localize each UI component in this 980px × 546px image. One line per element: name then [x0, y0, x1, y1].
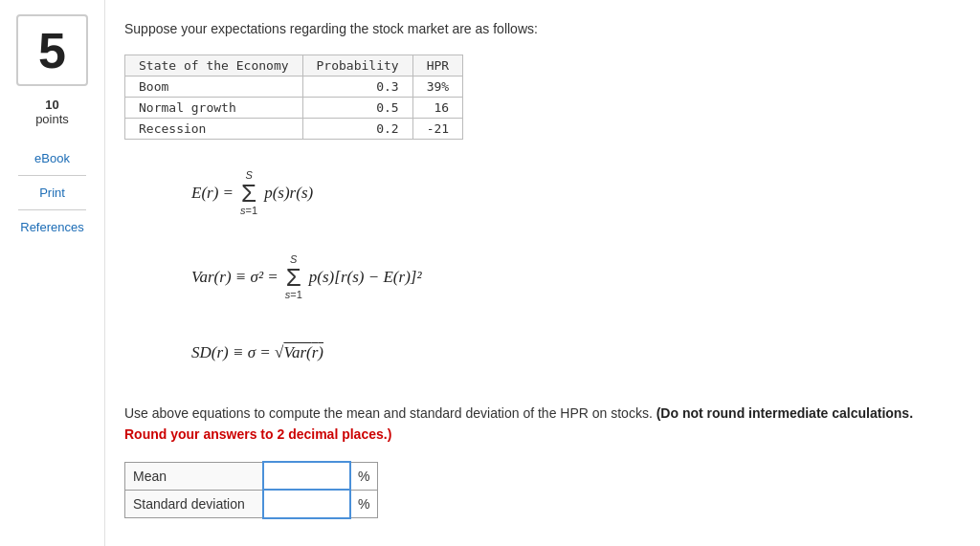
instruction-red: Round your answers to 2 decimal places.)	[124, 426, 391, 442]
cell-prob-1: 0.3	[302, 76, 412, 98]
table-row: Recession 0.2 -21	[125, 119, 463, 140]
question-number-box: 5	[16, 14, 88, 86]
cell-hpr-2: 16	[412, 98, 462, 119]
cell-prob-3: 0.2	[302, 119, 412, 140]
instruction-bold: (Do not round intermediate calculations.	[657, 405, 913, 421]
points-label: points	[35, 112, 69, 126]
sidebar: 5 10 points eBook Print References	[0, 0, 105, 546]
question-number: 5	[38, 22, 66, 79]
formula-er-text: E(r) =	[191, 179, 234, 208]
sidebar-divider-1	[18, 175, 86, 176]
formula-er-expr: p(s)r(s)	[264, 179, 313, 208]
formula-var-text: Var(r) ≡ σ² =	[191, 263, 278, 293]
answer-row-mean: Mean %	[125, 463, 378, 491]
table-row: Boom 0.3 39%	[125, 76, 463, 98]
cell-state-1: Boom	[125, 76, 303, 98]
formula-variance: Var(r) ≡ σ² = S Σ s=1 p(s)[r(s) − E(r)]²	[134, 254, 951, 300]
sidebar-item-ebook[interactable]: eBook	[34, 149, 70, 167]
formula-section: E(r) = S Σ s=1 p(s)r(s) Var(r) ≡ σ² = S	[124, 163, 951, 376]
col-header-hpr: HPR	[412, 55, 462, 76]
mean-input[interactable]	[264, 463, 349, 490]
instruction-text: Use above equations to compute the mean …	[124, 403, 951, 446]
cell-hpr-3: -21	[412, 119, 462, 140]
formula-expected-return: E(r) = S Σ s=1 p(s)r(s)	[134, 170, 951, 216]
instruction-main: Use above equations to compute the mean …	[124, 405, 657, 421]
sidebar-divider-2	[18, 209, 86, 210]
col-header-probability: Probability	[302, 55, 412, 76]
main-content: Suppose your expectations regarding the …	[105, 0, 980, 546]
col-header-economy: State of the Economy	[125, 55, 303, 76]
table-row: Normal growth 0.5 16	[125, 98, 463, 119]
cell-state-3: Recession	[125, 119, 303, 140]
sidebar-item-print[interactable]: Print	[39, 184, 65, 202]
cell-state-2: Normal growth	[125, 98, 303, 119]
formula-var-sum: S Σ s=1	[285, 254, 302, 300]
formula-sd-text: SD(r) ≡ σ = √Var(r)	[191, 339, 323, 368]
question-intro: Suppose your expectations regarding the …	[124, 19, 951, 39]
stddev-input[interactable]	[264, 491, 349, 517]
sidebar-item-references[interactable]: References	[20, 218, 83, 236]
input-cell-stddev[interactable]	[264, 491, 350, 518]
answer-row-stddev: Standard deviation %	[125, 491, 378, 518]
formula-er-sum: S Σ s=1	[240, 170, 257, 216]
sidebar-nav: eBook Print References	[10, 149, 95, 236]
label-mean: Mean	[125, 463, 264, 491]
data-table: State of the Economy Probability HPR Boo…	[124, 55, 463, 140]
unit-mean: %	[350, 463, 378, 491]
formula-var-expr: p(s)[r(s) − E(r)]²	[309, 263, 422, 293]
points-value: 10	[45, 98, 58, 112]
formula-stddev: SD(r) ≡ σ = √Var(r)	[134, 339, 951, 368]
cell-prob-2: 0.5	[302, 98, 412, 119]
unit-stddev: %	[350, 491, 378, 518]
label-stddev: Standard deviation	[125, 491, 264, 518]
input-cell-mean[interactable]	[264, 463, 350, 491]
answer-table: Mean % Standard deviation %	[124, 462, 378, 518]
cell-hpr-1: 39%	[412, 76, 462, 98]
